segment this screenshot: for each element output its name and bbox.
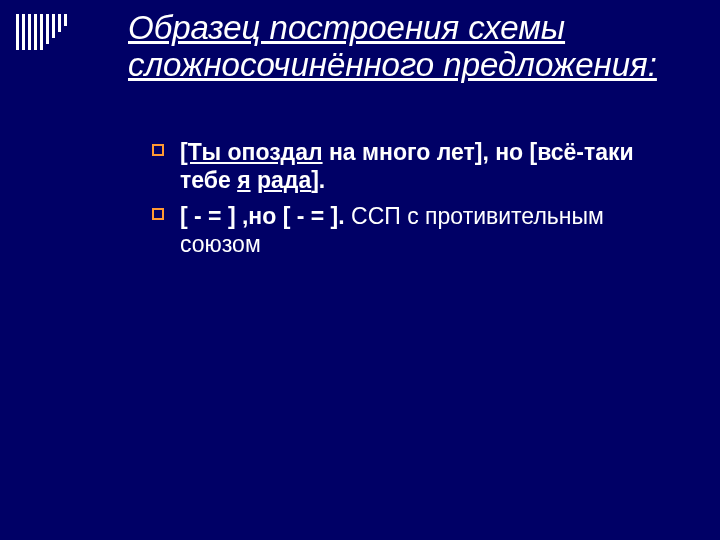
text-segment: ]. xyxy=(311,167,325,193)
slide-title: Образец построения схемы сложносочинённо… xyxy=(128,10,680,84)
slide: Образец построения схемы сложносочинённо… xyxy=(0,0,720,540)
bullet-icon xyxy=(152,144,164,156)
corner-decoration xyxy=(16,14,80,62)
list-item: [Ты опоздал на много лет], но [всё-таки … xyxy=(152,138,680,194)
slide-body: [Ты опоздал на много лет], но [всё-таки … xyxy=(152,138,680,266)
text-segment: я xyxy=(237,167,250,193)
text-segment: [Ты опоздал xyxy=(180,139,323,165)
bullet-icon xyxy=(152,208,164,220)
text-segment: [ - = ] ,но [ - = ]. xyxy=(180,203,345,229)
list-item: [ - = ] ,но [ - = ]. ССП с противительны… xyxy=(152,202,680,258)
text-segment: рада xyxy=(257,167,311,193)
